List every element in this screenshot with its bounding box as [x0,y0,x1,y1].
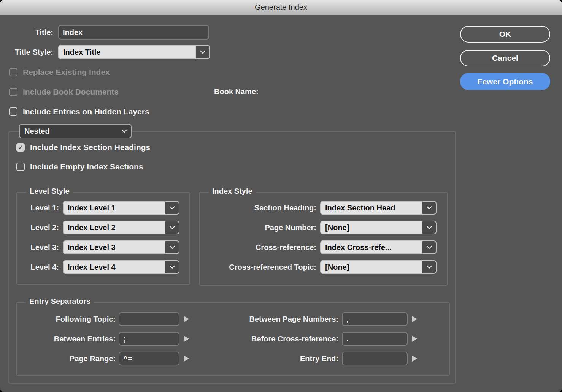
entry-end-input[interactable] [342,352,408,365]
include-book-documents-checkbox[interactable]: Include Book Documents [9,87,119,96]
chevron-down-icon [422,241,436,253]
page-number-label: Page Number: [200,221,316,234]
window-title: Generate Index [255,3,307,12]
chevron-down-icon [165,241,179,253]
chevron-down-icon [422,202,436,214]
flyout-triangle-icon[interactable] [412,336,417,342]
level-2-value: Index Level 2 [64,221,165,234]
level-3-label: Level 3: [17,240,59,254]
checkmark-icon: ✓ [16,143,25,152]
generate-index-dialog: Generate Index Title: Title Style: Index… [0,0,562,392]
section-heading-value: Index Section Head [321,202,422,214]
checkbox-icon [9,88,17,96]
index-style-legend: Index Style [209,187,256,196]
following-topic-label: Following Topic: [17,312,116,326]
checkbox-icon [9,68,17,76]
level-1-value: Index Level 1 [64,202,165,214]
level-1-select[interactable]: Index Level 1 [63,201,179,215]
chevron-down-icon [165,261,179,273]
title-style-label: Title Style: [0,45,53,59]
replace-existing-index-checkbox[interactable]: Replace Existing Index [9,68,110,77]
level-4-select[interactable]: Index Level 4 [63,260,179,274]
title-input[interactable] [58,25,209,40]
level-2-label: Level 2: [17,221,59,234]
index-scope-value: Nested [24,127,122,136]
cross-referenced-topic-value: [None] [321,261,422,273]
entry-end-label: Entry End: [131,352,338,365]
level-1-label: Level 1: [17,201,59,215]
page-range-label: Page Range: [17,352,116,365]
between-entries-label: Between Entries: [17,332,116,346]
before-cross-reference-input[interactable] [342,332,408,346]
fewer-options-button[interactable]: Fewer Options [460,73,550,90]
index-style-groupbox: Index Style Section Heading: Index Secti… [199,192,448,286]
title-style-value: Index Title [59,46,195,58]
include-empty-sections-label: Include Empty Index Sections [30,162,143,171]
include-book-documents-label: Include Book Documents [23,87,119,96]
ok-button[interactable]: OK [460,26,550,43]
book-name-label: Book Name: [214,87,298,96]
level-3-select[interactable]: Index Level 3 [63,240,179,254]
between-page-numbers-label: Between Page Numbers: [131,312,338,326]
section-heading-label: Section Heading: [200,201,316,215]
flyout-triangle-icon[interactable] [412,356,417,362]
include-section-headings-label: Include Index Section Headings [30,143,150,152]
chevron-down-icon [422,221,436,234]
window-titlebar[interactable]: Generate Index [0,0,562,15]
cross-reference-label: Cross-reference: [200,240,316,254]
chevron-down-icon [195,46,209,58]
replace-existing-index-label: Replace Existing Index [23,68,110,77]
checkbox-icon [9,107,17,116]
chevron-down-icon [165,221,179,234]
page-number-value: [None] [321,221,422,234]
cross-reference-value: Index Cross-refe... [321,241,422,253]
cancel-button[interactable]: Cancel [460,50,550,66]
include-section-headings-checkbox[interactable]: ✓ Include Index Section Headings [16,143,150,152]
page-number-select[interactable]: [None] [320,221,437,234]
section-heading-select[interactable]: Index Section Head [320,201,437,215]
entry-separators-legend: Entry Separators [26,297,94,306]
entry-separators-groupbox: Entry Separators Following Topic: Betwee… [16,302,450,376]
chevron-down-icon [165,202,179,214]
title-label: Title: [0,25,53,40]
checkbox-icon [16,163,25,171]
cross-reference-select[interactable]: Index Cross-refe... [320,240,437,254]
level-style-legend: Level Style [26,187,73,196]
between-page-numbers-input[interactable] [342,312,408,326]
level-4-label: Level 4: [17,260,59,274]
include-hidden-layers-label: Include Entries on Hidden Layers [23,107,149,116]
index-scope-select[interactable]: Nested [19,124,132,138]
flyout-triangle-icon[interactable] [412,316,417,322]
include-empty-sections-checkbox[interactable]: Include Empty Index Sections [16,162,143,171]
include-hidden-layers-checkbox[interactable]: Include Entries on Hidden Layers [9,107,149,116]
cross-referenced-topic-select[interactable]: [None] [320,260,437,274]
title-style-select[interactable]: Index Title [58,45,210,59]
before-cross-reference-label: Before Cross-reference: [131,332,338,346]
level-style-groupbox: Level Style Level 1: Index Level 1 Level… [16,192,190,285]
chevron-down-icon [422,261,436,273]
level-3-value: Index Level 3 [64,241,165,253]
level-4-value: Index Level 4 [64,261,165,273]
chevron-down-icon [122,127,127,133]
level-2-select[interactable]: Index Level 2 [63,221,179,234]
cross-referenced-topic-label: Cross-referenced Topic: [200,260,316,274]
